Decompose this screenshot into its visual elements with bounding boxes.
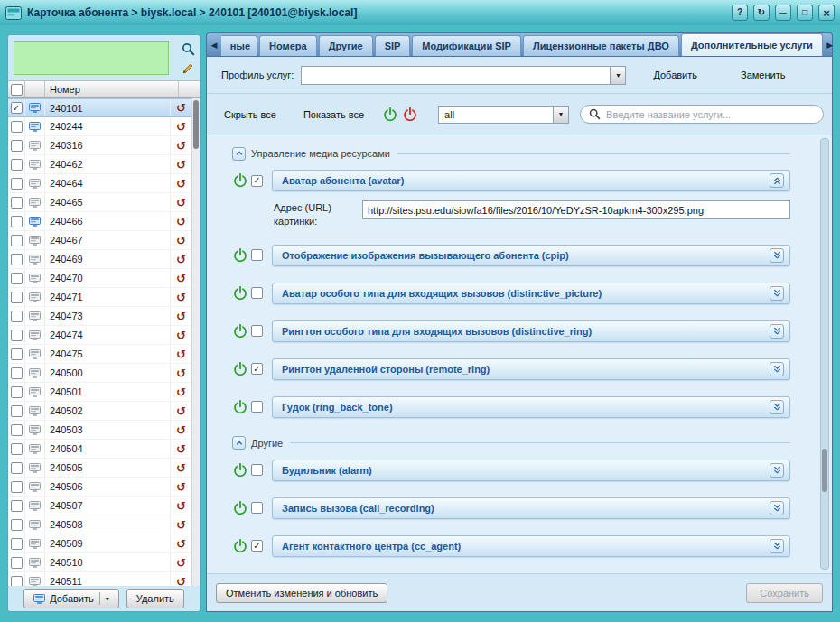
- row-checkbox[interactable]: [11, 557, 23, 569]
- history-icon[interactable]: ↺: [176, 273, 186, 284]
- history-icon[interactable]: ↺: [176, 216, 186, 227]
- row-checkbox[interactable]: [11, 121, 23, 133]
- table-row[interactable]: 240466↺: [8, 212, 200, 231]
- row-checkbox[interactable]: [11, 235, 23, 246]
- row-checkbox[interactable]: [11, 405, 23, 417]
- history-icon[interactable]: ↺: [176, 197, 186, 209]
- quick-filter-box[interactable]: [14, 41, 169, 75]
- history-icon[interactable]: ↺: [176, 519, 186, 531]
- history-icon[interactable]: ↺: [176, 367, 186, 379]
- row-checkbox[interactable]: [11, 443, 23, 455]
- services-filter-select[interactable]: all ▾: [438, 106, 569, 124]
- history-icon[interactable]: ↺: [176, 121, 186, 133]
- tab-extra-services[interactable]: Дополнительные услуги: [681, 33, 823, 56]
- power-icon[interactable]: [232, 361, 248, 377]
- service-toggle-button[interactable]: [770, 463, 784, 478]
- service-checkbox-avatar[interactable]: [251, 175, 263, 187]
- tab-scroll-left-button[interactable]: ◀: [208, 34, 220, 56]
- delete-subscriber-button[interactable]: Удалить: [126, 589, 184, 608]
- service-checkbox-alarm[interactable]: [251, 464, 263, 476]
- service-toggle-button[interactable]: [770, 501, 784, 515]
- history-icon[interactable]: ↺: [176, 500, 186, 512]
- history-icon[interactable]: ↺: [176, 424, 186, 436]
- history-icon[interactable]: ↺: [176, 330, 186, 341]
- row-checkbox[interactable]: [11, 197, 23, 209]
- chevron-down-icon[interactable]: ▾: [610, 67, 625, 84]
- service-bar-remote_ring[interactable]: Рингтон удаленной стороны (remote_ring): [272, 358, 790, 380]
- tab-license-packs[interactable]: Лицензионные пакеты ДВО: [523, 35, 679, 56]
- row-checkbox[interactable]: [11, 367, 23, 379]
- service-toggle-button[interactable]: [770, 400, 784, 414]
- table-row[interactable]: 240508↺: [8, 515, 200, 534]
- row-checkbox[interactable]: [11, 140, 23, 152]
- service-toggle-button[interactable]: [770, 362, 784, 376]
- history-icon[interactable]: ↺: [176, 159, 186, 171]
- row-checkbox[interactable]: [11, 311, 23, 322]
- history-icon[interactable]: ↺: [176, 178, 186, 190]
- service-checkbox-distinctive_picture[interactable]: [251, 287, 263, 299]
- tab-other[interactable]: Другие: [319, 35, 373, 56]
- power-icon[interactable]: [232, 462, 248, 478]
- service-bar-avatar[interactable]: Аватар абонента (avatar): [272, 170, 790, 191]
- minimize-button[interactable]: —: [775, 5, 791, 21]
- service-toggle-button[interactable]: [770, 539, 784, 553]
- table-row[interactable]: 240507↺: [8, 497, 200, 515]
- close-button[interactable]: ×: [818, 5, 835, 21]
- history-icon[interactable]: ↺: [176, 462, 186, 474]
- history-icon[interactable]: ↺: [176, 102, 186, 114]
- chevron-down-icon[interactable]: ▾: [106, 595, 109, 603]
- sidebar-scrollbar-thumb[interactable]: [193, 100, 199, 149]
- power-icon[interactable]: [232, 172, 248, 189]
- table-row[interactable]: 240467↺: [8, 231, 200, 250]
- section-collapse-button[interactable]: [232, 436, 246, 450]
- service-checkbox-call_recording[interactable]: [251, 502, 263, 514]
- cancel-refresh-button[interactable]: Отменить изменения и обновить: [216, 583, 387, 603]
- table-row[interactable]: 240510↺: [8, 553, 200, 572]
- power-icon[interactable]: [232, 285, 248, 302]
- table-row[interactable]: 240469↺: [8, 250, 200, 269]
- row-checkbox[interactable]: [11, 348, 23, 360]
- history-icon[interactable]: ↺: [176, 576, 186, 587]
- table-row[interactable]: 240511↺: [8, 572, 200, 586]
- history-icon[interactable]: ↺: [176, 140, 186, 152]
- services-scrollbar-thumb[interactable]: [822, 449, 827, 492]
- row-checkbox[interactable]: [11, 330, 23, 341]
- row-checkbox[interactable]: [11, 462, 23, 474]
- help-button[interactable]: ?: [732, 5, 748, 21]
- power-icon[interactable]: [232, 323, 248, 339]
- tab-sip[interactable]: SIP: [375, 35, 411, 56]
- row-checkbox[interactable]: [11, 500, 23, 512]
- history-icon[interactable]: ↺: [176, 292, 186, 303]
- url-input[interactable]: [362, 200, 790, 219]
- history-icon[interactable]: ↺: [176, 235, 186, 246]
- profile-select[interactable]: ▾: [301, 66, 626, 85]
- row-checkbox[interactable]: [11, 273, 23, 284]
- row-checkbox[interactable]: [11, 386, 23, 398]
- table-row[interactable]: 240506↺: [8, 478, 200, 497]
- service-bar-distinctive_picture[interactable]: Аватар особого типа для входящих вызовов…: [272, 283, 790, 304]
- service-checkbox-distinctive_ring[interactable]: [251, 325, 263, 337]
- refresh-button[interactable]: ↻: [753, 5, 770, 21]
- row-checkbox[interactable]: [11, 519, 23, 531]
- save-button[interactable]: Сохранить: [746, 583, 823, 603]
- service-checkbox-ring_back_tone[interactable]: [251, 401, 263, 413]
- row-checkbox[interactable]: [11, 538, 23, 550]
- table-row[interactable]: 240503↺: [8, 421, 200, 440]
- row-checkbox[interactable]: [11, 178, 23, 190]
- table-row[interactable]: 240244↺: [8, 117, 200, 136]
- row-checkbox[interactable]: [11, 102, 23, 114]
- history-icon[interactable]: ↺: [176, 311, 186, 322]
- service-checkbox-cc_agent[interactable]: [251, 540, 263, 552]
- chevron-down-icon[interactable]: ▾: [553, 107, 568, 123]
- enable-all-button[interactable]: [382, 107, 398, 123]
- table-row[interactable]: 240473↺: [8, 307, 200, 326]
- service-bar-cc_agent[interactable]: Агент контактного центра (cc_agent): [272, 535, 790, 557]
- table-row[interactable]: 240505↺: [8, 459, 200, 478]
- service-toggle-button[interactable]: [770, 248, 784, 263]
- power-icon[interactable]: [232, 538, 248, 554]
- history-icon[interactable]: ↺: [176, 386, 186, 398]
- history-icon[interactable]: ↺: [176, 481, 186, 493]
- table-row[interactable]: 240465↺: [8, 193, 200, 212]
- table-row[interactable]: 240464↺: [8, 174, 200, 193]
- power-icon[interactable]: [232, 500, 248, 516]
